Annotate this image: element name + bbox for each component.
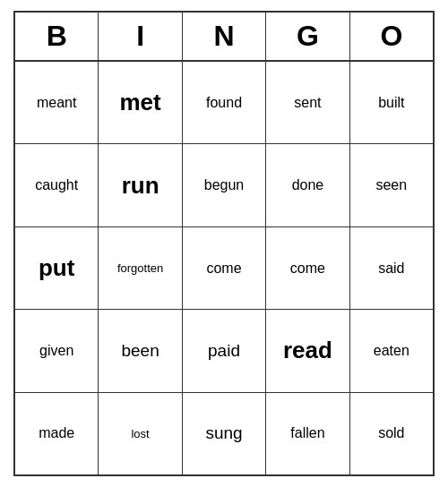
bingo-cell-4-0: made bbox=[15, 393, 99, 474]
bingo-cell-2-4: said bbox=[350, 227, 433, 309]
header-letter-i: I bbox=[99, 13, 182, 60]
bingo-cell-4-1: lost bbox=[99, 393, 182, 474]
cell-text-1-4: seen bbox=[375, 177, 407, 193]
cell-text-3-0: given bbox=[39, 343, 73, 359]
cell-text-1-0: caught bbox=[35, 177, 78, 193]
bingo-cell-3-2: paid bbox=[183, 310, 266, 391]
bingo-cell-2-3: come bbox=[266, 227, 349, 309]
bingo-cell-4-3: fallen bbox=[266, 393, 349, 474]
bingo-cell-1-0: caught bbox=[15, 144, 99, 226]
bingo-body: meantmetfoundsentbuiltcaughtrunbegundone… bbox=[15, 62, 433, 474]
cell-text-0-1: met bbox=[119, 89, 160, 116]
cell-text-2-4: said bbox=[378, 261, 404, 277]
cell-text-1-1: run bbox=[122, 172, 159, 200]
cell-text-4-2: sung bbox=[205, 423, 242, 443]
bingo-cell-0-0: meant bbox=[15, 62, 99, 143]
cell-text-1-3: done bbox=[292, 177, 324, 193]
bingo-cell-2-1: forgotten bbox=[99, 227, 182, 309]
cell-text-3-2: paid bbox=[208, 341, 240, 361]
bingo-cell-4-2: sung bbox=[183, 393, 266, 474]
cell-text-3-3: read bbox=[283, 337, 332, 364]
bingo-row-3: givenbeenpaidreadeaten bbox=[15, 310, 433, 392]
bingo-header: BINGO bbox=[15, 13, 433, 62]
bingo-card: BINGO meantmetfoundsentbuiltcaughtrunbeg… bbox=[13, 11, 435, 476]
bingo-row-1: caughtrunbegundoneseen bbox=[15, 144, 433, 226]
cell-text-2-3: come bbox=[290, 261, 325, 277]
bingo-cell-0-2: found bbox=[183, 62, 266, 143]
header-letter-o: O bbox=[350, 13, 433, 60]
header-letter-g: G bbox=[266, 13, 349, 60]
bingo-cell-1-3: done bbox=[266, 144, 349, 226]
cell-text-3-4: eaten bbox=[374, 343, 409, 359]
bingo-cell-2-0: put bbox=[15, 227, 99, 309]
bingo-cell-0-1: met bbox=[99, 62, 182, 143]
cell-text-3-1: been bbox=[121, 341, 159, 361]
bingo-cell-3-0: given bbox=[15, 310, 99, 391]
bingo-cell-3-4: eaten bbox=[350, 310, 433, 391]
bingo-cell-3-1: been bbox=[99, 310, 182, 391]
cell-text-1-2: begun bbox=[204, 177, 245, 193]
cell-text-0-4: built bbox=[378, 95, 404, 111]
bingo-row-0: meantmetfoundsentbuilt bbox=[15, 62, 433, 144]
bingo-cell-0-3: sent bbox=[266, 62, 349, 143]
bingo-cell-2-2: come bbox=[183, 227, 266, 309]
bingo-cell-0-4: built bbox=[350, 62, 433, 143]
cell-text-4-0: made bbox=[39, 425, 74, 441]
bingo-row-4: madelostsungfallensold bbox=[15, 393, 433, 474]
bingo-cell-4-4: sold bbox=[350, 393, 433, 474]
cell-text-2-0: put bbox=[39, 254, 74, 282]
header-letter-b: B bbox=[15, 13, 99, 60]
cell-text-4-4: sold bbox=[378, 425, 404, 441]
cell-text-0-0: meant bbox=[37, 95, 76, 111]
bingo-cell-1-2: begun bbox=[183, 144, 266, 226]
bingo-cell-1-4: seen bbox=[350, 144, 433, 226]
cell-text-2-1: forgotten bbox=[117, 261, 163, 275]
cell-text-4-3: fallen bbox=[290, 425, 324, 441]
bingo-cell-3-3: read bbox=[266, 310, 349, 391]
cell-text-0-2: found bbox=[206, 95, 242, 111]
cell-text-0-3: sent bbox=[294, 95, 321, 111]
bingo-cell-1-1: run bbox=[99, 144, 182, 226]
cell-text-4-1: lost bbox=[131, 427, 149, 440]
bingo-row-2: putforgottencomecomesaid bbox=[15, 227, 433, 310]
header-letter-n: N bbox=[183, 13, 266, 60]
cell-text-2-2: come bbox=[206, 261, 241, 277]
